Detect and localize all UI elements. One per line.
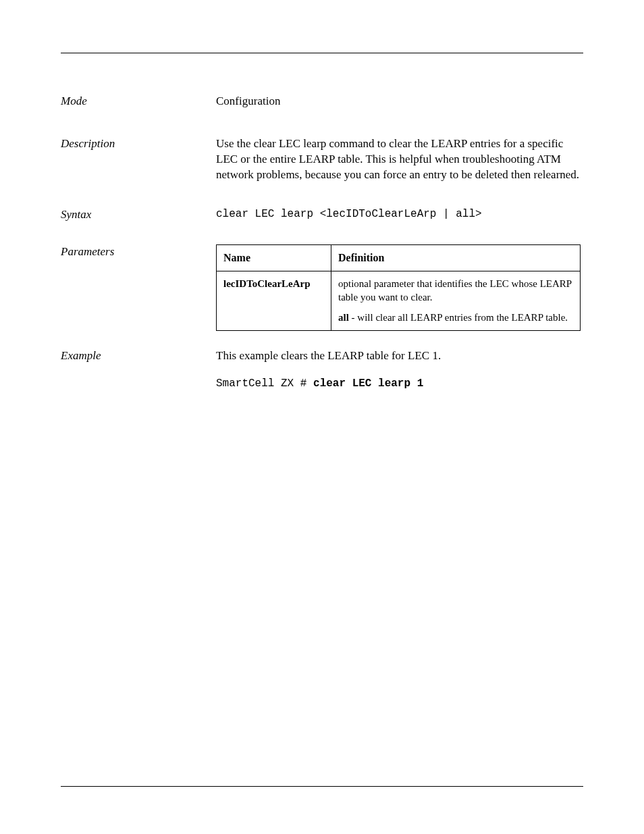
bottom-divider (61, 786, 583, 787)
mode-row: Mode Configuration (61, 94, 583, 109)
syntax-row: Syntax clear LEC learp <lecIDToClearLeAr… (61, 207, 583, 222)
param-def-cell: optional parameter that identifies the L… (331, 271, 581, 330)
example-intro: This example clears the LEARP table for … (216, 348, 581, 364)
param-name-cell: lecIDToClearLeArp (217, 271, 331, 330)
example-prompt: SmartCell ZX # (216, 377, 306, 390)
mode-value: Configuration (216, 94, 581, 109)
description-text: Use the clear LEC learp command to clear… (216, 136, 581, 183)
example-label: Example (61, 348, 216, 363)
param-def-all-bold: all (338, 312, 349, 323)
page-container: Mode Configuration Description Use the c… (0, 0, 644, 430)
example-command: clear LEC learp 1 (306, 377, 423, 390)
parameters-row: Parameters Name Definition lecIDToClearL… (61, 244, 583, 330)
mode-label: Mode (61, 94, 216, 108)
top-divider (61, 53, 583, 53)
syntax-command: clear LEC learp <lecIDToClearLeArp | all… (216, 207, 581, 222)
header-definition: Definition (331, 245, 581, 271)
parameters-label: Parameters (61, 244, 216, 259)
example-command-line: SmartCell ZX # clear LEC learp 1 (216, 377, 583, 390)
description-label: Description (61, 136, 216, 151)
header-name: Name (217, 245, 331, 271)
example-row: Example This example clears the LEARP ta… (61, 348, 583, 364)
syntax-label: Syntax (61, 207, 216, 221)
parameters-table: Name Definition lecIDToClearLeArp option… (216, 244, 581, 330)
param-def-line2: all - will clear all LEARP entries from … (338, 311, 573, 324)
table-header-row: Name Definition (217, 245, 581, 271)
param-def-line1: optional parameter that identifies the L… (338, 277, 573, 305)
param-def-line2-rest: - will clear all LEARP entries from the … (349, 312, 568, 323)
table-row: lecIDToClearLeArp optional parameter tha… (217, 271, 581, 330)
parameters-table-wrap: Name Definition lecIDToClearLeArp option… (216, 244, 581, 330)
description-row: Description Use the clear LEC learp comm… (61, 136, 583, 183)
